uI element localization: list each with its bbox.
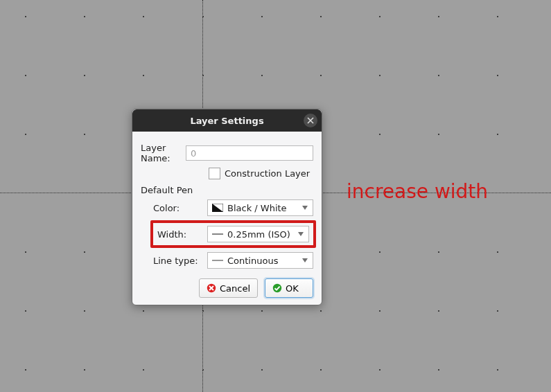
width-combo[interactable]: 0.25mm (ISO) [207,226,309,242]
default-pen-label: Default Pen [141,185,313,195]
annotation-text: increase width [347,180,488,203]
construction-layer-label: Construction Layer [225,168,310,179]
linetype-value: Continuous [227,256,300,266]
layer-settings-dialog: Layer Settings Layer Name: Construction … [132,109,322,305]
color-value: Black / White [227,203,300,213]
chevron-down-icon [296,232,306,236]
chevron-down-icon [300,258,310,262]
close-icon [307,117,314,124]
cancel-icon [207,283,216,293]
layer-name-label: Layer Name: [141,143,186,163]
width-label: Width: [157,229,207,240]
linetype-combo[interactable]: Continuous [207,252,313,269]
construction-layer-checkbox[interactable] [209,168,220,179]
dialog-title: Layer Settings [190,116,263,126]
ok-icon [272,283,282,293]
ok-label: OK [286,283,299,294]
line-weight-icon [212,230,223,238]
color-swatch-icon [212,204,223,212]
chevron-down-icon [300,206,310,210]
color-label: Color: [153,203,207,213]
cad-canvas: Layer Settings Layer Name: Construction … [0,0,551,392]
cancel-button[interactable]: Cancel [199,278,258,298]
line-type-icon [212,256,223,265]
width-value: 0.25mm (ISO) [227,229,296,240]
close-button[interactable] [304,114,317,127]
linetype-label: Line type: [153,256,207,266]
svg-point-8 [273,284,281,292]
layer-name-input[interactable] [186,145,313,161]
width-highlight: Width: 0.25mm (ISO) [150,220,316,248]
ok-button[interactable]: OK [265,278,313,298]
cancel-label: Cancel [220,283,250,294]
color-combo[interactable]: Black / White [207,199,313,216]
dialog-titlebar[interactable]: Layer Settings [132,109,322,132]
